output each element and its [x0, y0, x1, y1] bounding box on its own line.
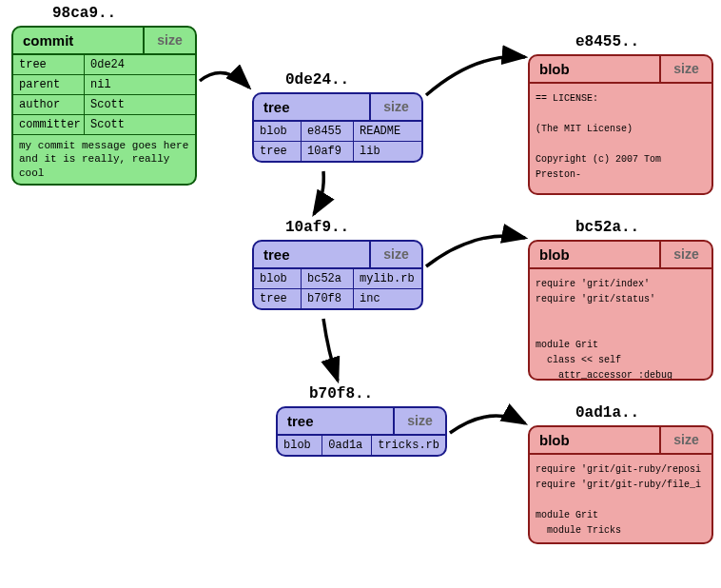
tree-0-hash-label: 0de24.. — [285, 71, 349, 88]
blob-box-1: blob size require 'grit/index' require '… — [528, 240, 713, 381]
commit-row-key: parent — [13, 75, 85, 94]
commit-row: parent nil — [13, 75, 195, 95]
tree-entry-name: tricks.rb — [372, 436, 445, 455]
commit-type: commit — [13, 28, 143, 53]
commit-row: author Scott — [13, 95, 195, 115]
blob-content: require 'grit/git-ruby/reposi require 'g… — [530, 455, 711, 544]
blob-header: blob size — [530, 242, 711, 269]
blob-size: size — [659, 56, 711, 82]
commit-row-value: Scott — [85, 115, 195, 134]
commit-row: committer Scott — [13, 115, 195, 135]
blob-2-hash-label: 0ad1a.. — [575, 404, 639, 421]
commit-message: my commit message goes here and it is re… — [13, 135, 195, 184]
commit-row-key: tree — [13, 55, 85, 74]
blob-type: blob — [530, 242, 659, 267]
tree-entry-type: blob — [278, 436, 322, 455]
tree-entry-name: README — [354, 122, 421, 141]
tree-size: size — [369, 94, 421, 120]
tree-row: blob 0ad1a tricks.rb — [278, 436, 445, 455]
commit-size: size — [143, 28, 195, 53]
blob-size: size — [659, 242, 711, 267]
tree-size: size — [369, 242, 421, 267]
commit-row-key: author — [13, 95, 85, 114]
tree-entry-type: tree — [254, 289, 302, 308]
tree-entry-type: blob — [254, 122, 302, 141]
commit-box: commit size tree 0de24 parent nil author… — [11, 26, 197, 186]
tree-header: tree size — [254, 94, 421, 122]
blob-size: size — [659, 427, 711, 453]
tree-1-hash-label: 10af9.. — [285, 219, 349, 236]
blob-type: blob — [530, 427, 659, 453]
tree-entry-hash: b70f8 — [302, 289, 354, 308]
arrow-tree0-to-tree1 — [314, 171, 323, 214]
tree-row: tree b70f8 inc — [254, 289, 421, 308]
tree-box-0: tree size blob e8455 README tree 10af9 l… — [252, 92, 423, 163]
blob-header: blob size — [530, 427, 711, 455]
commit-row-value: Scott — [85, 95, 195, 114]
tree-row: tree 10af9 lib — [254, 142, 421, 161]
tree-entry-type: blob — [254, 269, 302, 288]
blob-header: blob size — [530, 56, 711, 84]
commit-hash-label: 98ca9.. — [52, 5, 116, 22]
tree-entry-name: inc — [354, 289, 421, 308]
tree-size: size — [393, 408, 445, 434]
tree-entry-type: tree — [254, 142, 302, 161]
tree-type: tree — [254, 242, 369, 267]
blob-content: == LICENSE: (The MIT License) Copyright … — [530, 84, 711, 195]
commit-row-value: 0de24 — [85, 55, 195, 74]
tree-row: blob e8455 README — [254, 122, 421, 142]
tree-entry-hash: bc52a — [302, 269, 354, 288]
arrow-tree0-to-blob0 — [426, 57, 525, 96]
tree-header: tree size — [254, 242, 421, 269]
arrow-tree1-to-tree2 — [323, 319, 338, 381]
arrow-tree2-to-blob2 — [450, 416, 525, 433]
commit-row-value: nil — [85, 75, 195, 94]
tree-entry-name: lib — [354, 142, 421, 161]
blob-box-2: blob size require 'grit/git-ruby/reposi … — [528, 425, 713, 544]
tree-box-1: tree size blob bc52a mylib.rb tree b70f8… — [252, 240, 423, 310]
tree-2-hash-label: b70f8.. — [309, 385, 373, 402]
blob-type: blob — [530, 56, 659, 82]
tree-entry-hash: 0ad1a — [322, 436, 372, 455]
blob-1-hash-label: bc52a.. — [575, 219, 639, 236]
tree-row: blob bc52a mylib.rb — [254, 269, 421, 289]
arrow-tree1-to-blob1 — [426, 236, 525, 266]
tree-entry-hash: e8455 — [302, 122, 354, 141]
tree-box-2: tree size blob 0ad1a tricks.rb — [276, 406, 447, 457]
tree-entry-hash: 10af9 — [302, 142, 354, 161]
commit-header: commit size — [13, 28, 195, 55]
tree-type: tree — [278, 408, 393, 434]
arrow-commit-to-tree0 — [200, 72, 249, 88]
blob-content: require 'grit/index' require 'grit/statu… — [530, 269, 711, 381]
tree-entry-name: mylib.rb — [354, 269, 421, 288]
commit-row: tree 0de24 — [13, 55, 195, 75]
blob-box-0: blob size == LICENSE: (The MIT License) … — [528, 54, 713, 195]
blob-0-hash-label: e8455.. — [575, 33, 639, 50]
tree-header: tree size — [278, 408, 445, 436]
tree-type: tree — [254, 94, 369, 120]
commit-row-key: committer — [13, 115, 85, 134]
